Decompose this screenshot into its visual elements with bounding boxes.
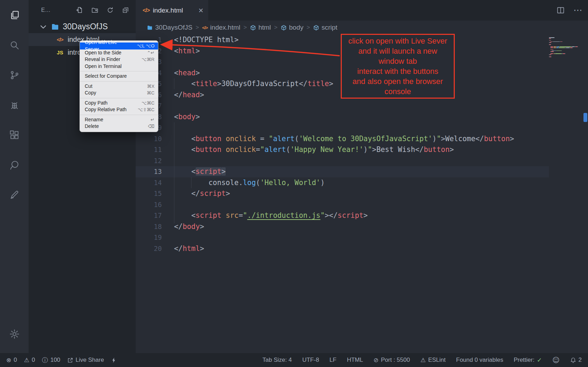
status-live-share[interactable]: Live Share	[67, 357, 104, 364]
breadcrumb-script[interactable]: script	[313, 24, 337, 31]
line-number: 19	[136, 232, 162, 243]
indent-guide	[191, 177, 191, 188]
status-eslint[interactable]: ⚠ESLint	[420, 357, 445, 364]
status-feedback[interactable]: ☺	[552, 357, 560, 364]
menu-item-label: Copy	[85, 90, 141, 97]
menu-item-reveal-in-finder[interactable]: Reveal in Finder⌥⌘R	[80, 56, 158, 63]
code-line[interactable]: 14 console.log('Hello, World')	[136, 177, 549, 189]
status-language-mode[interactable]: HTML	[347, 357, 363, 364]
code-line[interactable]: 18</body>	[136, 221, 549, 232]
menu-item-select-for-compare[interactable]: Select for Compare	[80, 73, 158, 80]
status-port[interactable]: ⊘Port : 5500	[374, 357, 410, 364]
status-label: Port : 5500	[381, 357, 410, 364]
menu-item-open-to-the-side[interactable]: Open to the Side⌃↵	[80, 49, 158, 56]
code-line[interactable]: 13 <script>	[136, 166, 549, 177]
status-encoding[interactable]: UTF-8	[302, 357, 319, 364]
status-info-count[interactable]: ⓘ100	[42, 357, 60, 364]
activity-extensions-button[interactable]	[4, 125, 24, 145]
activity-source-control-button[interactable]	[4, 65, 24, 85]
breadcrumb-label: html	[258, 24, 271, 31]
more-actions-icon[interactable]: ⋯	[573, 5, 582, 16]
run-debug-icon	[9, 100, 20, 110]
status-notifications[interactable]: 2	[570, 357, 582, 364]
activity-settings-gear-button[interactable]	[4, 324, 24, 344]
annotation-line: and it will launch a new	[358, 46, 437, 56]
folder-label: 30DaysOfJS	[63, 22, 108, 31]
activity-bar	[0, 0, 29, 353]
breadcrumb-html[interactable]: html	[250, 24, 271, 31]
refresh-icon	[106, 6, 114, 14]
breadcrumb-body[interactable]: body	[281, 24, 303, 31]
menu-item-label: Delete	[85, 123, 143, 130]
breadcrumb-label: script	[322, 24, 337, 31]
breadcrumb-30daysofjs[interactable]: 30DaysOfJS	[147, 24, 193, 31]
split-editor-icon[interactable]	[556, 6, 565, 15]
collapse-all-button[interactable]	[120, 5, 131, 15]
activity-search-button[interactable]	[4, 35, 24, 55]
status-errors[interactable]: ⊗0	[6, 357, 17, 364]
code-line[interactable]: 15 </script>	[136, 188, 549, 199]
status-warnings[interactable]: ⚠0	[24, 357, 35, 364]
status-label: 2	[579, 357, 582, 364]
breadcrumb-separator: >	[307, 24, 310, 31]
breadcrumb-label: index.html	[210, 24, 240, 31]
status-zap[interactable]	[111, 357, 117, 363]
new-file-button[interactable]	[74, 5, 85, 15]
code-line[interactable]: 10 <button onclick = "alert('Welcome to …	[136, 133, 549, 145]
menu-item-label: Open to the Side	[85, 49, 141, 56]
code-line[interactable]: 11 <button onclick="alert('Happy New Yea…	[136, 144, 549, 155]
vscode-window: E… 30DaysOfJS </>index.htmlJSintroductio…	[0, 0, 588, 367]
menu-item-label: Select for Compare	[85, 73, 154, 80]
status-prettier[interactable]: Prettier:✓	[514, 357, 542, 364]
activity-explorer-button[interactable]	[4, 5, 24, 25]
line-number: 20	[136, 243, 162, 254]
code-line[interactable]: 19	[136, 232, 549, 243]
menu-separator	[80, 81, 158, 82]
status-tab-size[interactable]: Tab Size: 4	[263, 357, 292, 364]
js-icon: JS	[55, 50, 65, 55]
new-folder-button[interactable]	[90, 5, 100, 15]
line-number: 10	[136, 133, 162, 145]
code-line[interactable]: 8<body>	[136, 112, 549, 123]
activity-live-share-button[interactable]	[4, 155, 24, 175]
tab-bar: </> index.html × ⋯	[136, 0, 588, 21]
code-line[interactable]: 20</html>	[136, 243, 549, 254]
refresh-button[interactable]	[105, 5, 115, 15]
code-line[interactable]: 17 <script src="./introduction.js"></scr…	[136, 210, 549, 221]
settings-gear-icon	[9, 329, 20, 339]
menu-item-copy[interactable]: Copy⌘C	[80, 90, 158, 97]
status-label: 0	[14, 357, 17, 364]
symbol-cube-icon	[313, 25, 319, 31]
tab-close-icon[interactable]: ×	[198, 6, 203, 15]
menu-item-open-with-live-server[interactable]: Open with Live Server⌥L ⌥O	[80, 43, 158, 49]
explorer-title: E…	[41, 7, 51, 13]
menu-item-copy-relative-path[interactable]: Copy Relative Path⌥⇧⌘C	[80, 106, 158, 113]
annotation-line: window tab	[378, 56, 417, 66]
status-variables[interactable]: Found 0 variables	[456, 357, 503, 364]
minimap[interactable]	[549, 36, 582, 58]
activity-run-debug-button[interactable]	[4, 95, 24, 115]
indent-guide	[174, 122, 174, 223]
source-control-icon	[9, 70, 20, 81]
menu-item-rename[interactable]: Rename↵	[80, 116, 158, 123]
menu-item-shortcut: ⌫	[143, 123, 154, 130]
code-line[interactable]: 7	[136, 100, 549, 112]
code-line[interactable]: 16	[136, 199, 549, 211]
folder-row-30daysofjs[interactable]: 30DaysOfJS	[29, 20, 136, 33]
menu-item-delete[interactable]: Delete⌫	[80, 123, 158, 130]
menu-item-copy-path[interactable]: Copy Path⌥⌘C	[80, 100, 158, 107]
tab-index-html[interactable]: </> index.html ×	[136, 0, 208, 21]
status-eol[interactable]: LF	[330, 357, 337, 364]
menu-item-label: Open in Terminal	[85, 63, 154, 70]
activity-pen-button[interactable]	[4, 185, 24, 205]
zap-icon	[111, 357, 117, 363]
code-line[interactable]: 12	[136, 155, 549, 167]
code-line[interactable]: 9	[136, 122, 549, 133]
new-file-icon	[76, 6, 83, 14]
menu-item-open-in-terminal[interactable]: Open in Terminal	[80, 63, 158, 70]
scrollbar-marker[interactable]	[583, 113, 587, 122]
html-icon: </>	[55, 37, 65, 42]
folder-icon	[147, 25, 153, 31]
menu-item-cut[interactable]: Cut⌘X	[80, 83, 158, 90]
breadcrumb-index-html[interactable]: </>index.html	[202, 24, 240, 31]
